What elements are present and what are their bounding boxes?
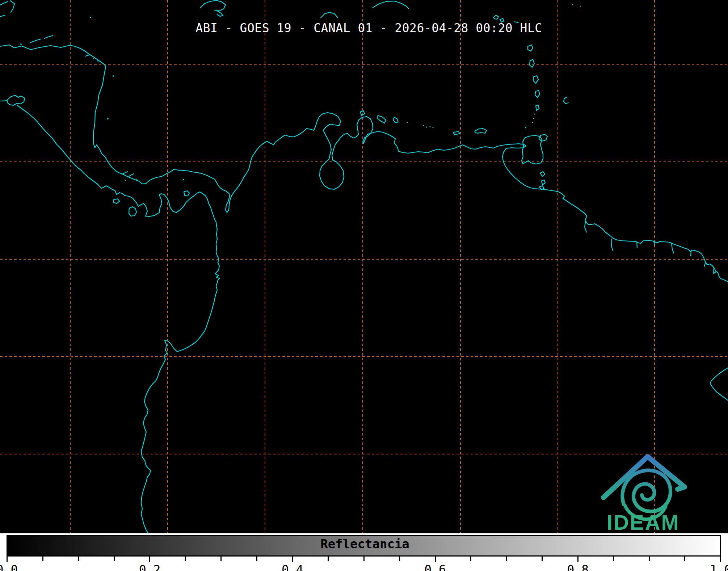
colorbar-tick — [649, 557, 650, 561]
colorbar-tick — [720, 557, 721, 562]
colorbar-tick-label: 1.0 — [710, 563, 728, 571]
colorbar-tick — [256, 557, 257, 561]
colorbar-tick — [114, 557, 115, 561]
colorbar-tick-label: 0.2 — [139, 563, 161, 571]
colorbar-tick-label: 0.6 — [424, 563, 446, 571]
colorbar-tick — [506, 557, 507, 561]
colorbar-tick — [185, 557, 186, 561]
satellite-map: IDEAM ABI - GOES 19 - CANAL 01 - 2026-04… — [0, 0, 728, 533]
map-canvas: IDEAM — [0, 0, 728, 533]
colorbar-tick — [42, 557, 43, 561]
colorbar-tick — [292, 557, 293, 562]
colorbar-label: Reflectancia — [320, 537, 409, 551]
colorbar-tick — [577, 557, 578, 562]
colorbar-tick — [7, 557, 8, 562]
colorbar-tick-label: 0.8 — [567, 563, 589, 571]
image-title: ABI - GOES 19 - CANAL 01 - 2026-04-28 00… — [195, 21, 542, 35]
colorbar-tick-label: 0.4 — [282, 563, 303, 571]
colorbar-tick — [328, 557, 329, 561]
colorbar-tick — [399, 557, 400, 561]
latlon-gridlines — [0, 0, 728, 533]
colorbar-tick — [684, 557, 685, 561]
coastlines — [0, 0, 728, 533]
colorbar-tick — [78, 557, 79, 561]
mountain-swirl-icon — [603, 457, 685, 519]
colorbar-tick — [220, 557, 222, 561]
colorbar-tick — [363, 557, 365, 561]
ideam-logo: IDEAM — [603, 457, 685, 533]
colorbar-tick — [435, 557, 436, 562]
colorbar-area: Reflectancia 0.00.20.40.60.81.0 — [0, 533, 728, 571]
ideam-logo-text: IDEAM — [607, 511, 680, 533]
colorbar-tick — [149, 557, 150, 562]
colorbar-tick-label: 0.0 — [0, 563, 18, 571]
colorbar-tick — [470, 557, 471, 561]
colorbar-tick — [613, 557, 614, 561]
colorbar-tick — [542, 557, 543, 561]
